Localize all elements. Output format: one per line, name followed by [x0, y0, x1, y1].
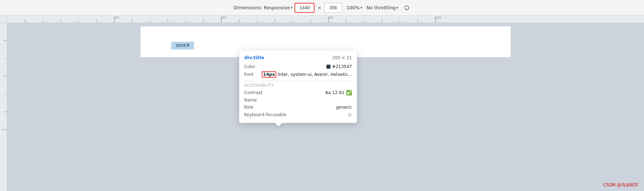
zoom-arrow: ▾	[360, 6, 362, 10]
svg-text:300: 300	[114, 16, 119, 20]
viewport: 你好世界 div.title 200 × 21 Color #213547 Fo…	[7, 23, 644, 191]
popup-size: 200 × 21	[332, 55, 352, 60]
keyboard-block-icon: ⊘	[348, 112, 352, 118]
rotate-icon	[403, 5, 410, 11]
height-input[interactable]	[324, 3, 342, 13]
highlighted-element[interactable]: 你好世界	[171, 42, 194, 50]
ruler-row: 300 600 900 1200	[0, 16, 644, 23]
inspection-popup: div.title 200 × 21 Color #213547 Font 14…	[239, 51, 357, 123]
popup-name-row: Name	[244, 97, 352, 104]
throttle-label: No throttling	[367, 5, 396, 10]
accessibility-section-label: ACCESSIBILITY	[244, 83, 352, 87]
contrast-number: Aa 12.61	[325, 90, 344, 95]
font-size-highlighted: 14px	[262, 71, 276, 78]
horizontal-ruler: 300 600 900 1200	[7, 16, 644, 22]
role-label: Role	[244, 105, 253, 110]
dimension-separator: ×	[317, 5, 321, 10]
popup-font-row: Font 14px Inter, system-ui, Avenir, Helv…	[244, 70, 352, 79]
contrast-value: Aa 12.61 ✅	[325, 90, 352, 96]
color-label: Color	[244, 64, 255, 69]
keyboard-label: Keyboard-focusable	[244, 112, 286, 117]
role-value: generic	[336, 105, 352, 110]
throttle-dropdown[interactable]: No throttling ▾	[367, 5, 398, 10]
font-label: Font	[244, 72, 253, 77]
color-value: #213547	[326, 64, 352, 69]
svg-text:1200: 1200	[434, 16, 441, 20]
watermark-text: CSDN @马农码字	[603, 182, 638, 187]
popup-divider	[244, 81, 352, 81]
popup-keyboard-row: Keyboard-focusable ⊘	[244, 111, 352, 119]
dimensions-preset-dropdown[interactable]: Responsive ▾	[264, 5, 293, 10]
popup-role-row: Role generic	[244, 104, 352, 111]
popup-color-row: Color #213547	[244, 63, 352, 70]
popup-pointer	[275, 123, 282, 127]
dimensions-dropdown-arrow: ▾	[291, 6, 292, 10]
color-hex: #213547	[332, 64, 352, 69]
dimensions-label: Dimensions:	[233, 5, 262, 10]
main-area: 你好世界 div.title 200 × 21 Color #213547 Fo…	[0, 23, 644, 191]
ruler-corner	[0, 16, 7, 22]
watermark: CSDN @马农码字	[603, 182, 638, 188]
vertical-ruler-svg	[0, 23, 7, 191]
dimensions-preset-label: Responsive	[264, 5, 290, 10]
popup-contrast-row: Contrast Aa 12.61 ✅	[244, 89, 352, 97]
name-label: Name	[244, 98, 257, 103]
dimensions-section: Dimensions: Responsive ▾	[233, 5, 292, 10]
font-value: 14px Inter, system-ui, Avenir, Helvetic.…	[262, 71, 352, 78]
zoom-label: 100%	[346, 5, 359, 10]
page-content-text: 你好世界	[176, 43, 190, 48]
devtools-toolbar: Dimensions: Responsive ▾ × 100% ▾ No thr…	[0, 0, 644, 16]
font-family: Inter, system-ui, Avenir, Helvetic...	[278, 72, 352, 77]
svg-text:600: 600	[221, 16, 226, 20]
rotate-button[interactable]	[403, 4, 411, 12]
contrast-check-icon: ✅	[346, 90, 352, 96]
keyboard-value: ⊘	[348, 112, 352, 118]
width-input[interactable]	[295, 3, 315, 13]
popup-selector: div.title	[244, 55, 264, 60]
throttle-arrow: ▾	[397, 6, 398, 10]
ruler-ticks-svg: 300 600 900 1200	[7, 16, 644, 22]
zoom-dropdown[interactable]: 100% ▾	[346, 5, 362, 10]
vertical-ruler	[0, 23, 7, 191]
svg-text:900: 900	[328, 16, 333, 20]
contrast-label: Contrast	[244, 90, 262, 95]
popup-header: div.title 200 × 21	[244, 55, 352, 60]
color-swatch	[326, 64, 331, 69]
